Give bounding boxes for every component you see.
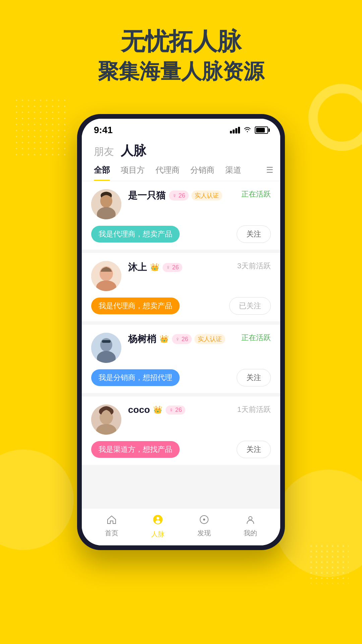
bg-dots-right-bottom xyxy=(308,543,349,584)
contact-bottom-3: 我是分销商，想招代理 关注 xyxy=(91,369,271,386)
nav-item-renmai[interactable]: 人脉 xyxy=(151,514,165,539)
bg-circle-left-bottom xyxy=(0,449,74,550)
avatar-1 xyxy=(91,189,121,219)
tab-bar: 全部 项目方 代理商 分销商 渠道 ☰ xyxy=(82,159,280,181)
contact-info-2: 沐上 👑 ♀ 26 xyxy=(128,261,231,276)
contact-bottom-4: 我是渠道方，想找产品 关注 xyxy=(91,441,271,458)
tag-gender-1: ♀ 26 xyxy=(169,191,189,201)
tab-distributor[interactable]: 分销商 xyxy=(185,165,220,181)
contact-status-3: 正在活跃 xyxy=(241,333,271,343)
tag-gender-3: ♀ 26 xyxy=(172,334,192,344)
svg-point-15 xyxy=(156,520,160,524)
page-title-row: 朋友 人脉 xyxy=(94,142,268,159)
header-line2: 聚集海量人脉资源 xyxy=(0,59,362,84)
signal-icon xyxy=(230,127,240,133)
contact-name-row-1: 是一只猫 ♀ 26 实人认证 xyxy=(128,189,235,202)
tag-verified-1: 实人认证 xyxy=(191,191,222,201)
contact-card-1: 是一只猫 ♀ 26 实人认证 正在活跃 我是代理商，想卖产品 关注 xyxy=(82,181,280,250)
contact-main-1: 是一只猫 ♀ 26 实人认证 正在活跃 xyxy=(91,189,271,219)
signal-bar-4 xyxy=(238,127,240,133)
follow-btn-2[interactable]: 已关注 xyxy=(229,297,271,315)
signal-bar-2 xyxy=(233,129,235,133)
contact-name-4: coco xyxy=(128,405,150,415)
contact-tags-1: ♀ 26 实人认证 xyxy=(169,191,222,201)
nav-icon-discover xyxy=(199,515,209,527)
tab-menu-icon[interactable]: ☰ xyxy=(266,165,274,180)
bg-dots-left xyxy=(13,97,67,158)
contact-main-3: 杨树梢 👑 ♀ 26 实人认证 正在活跃 xyxy=(91,333,271,363)
contact-name-row-2: 沐上 👑 ♀ 26 xyxy=(128,261,231,274)
status-bar: 9:41 xyxy=(82,119,280,139)
nav-item-discover[interactable]: 发现 xyxy=(197,515,211,538)
svg-rect-9 xyxy=(102,340,111,343)
contact-status-2: 3天前活跃 xyxy=(237,261,271,271)
status-time: 9:41 xyxy=(94,125,113,136)
svg-point-14 xyxy=(157,517,159,520)
nav-item-home[interactable]: 首页 xyxy=(105,515,118,538)
follow-btn-3[interactable]: 关注 xyxy=(237,369,271,386)
contact-tags-3: ♀ 26 实人认证 xyxy=(172,334,225,344)
contact-bottom-2: 我是代理商，想卖产品 已关注 xyxy=(91,297,271,315)
contact-name-3: 杨树梢 xyxy=(128,333,156,345)
contact-info-1: 是一只猫 ♀ 26 实人认证 xyxy=(128,189,235,205)
contact-desc-3: 我是分销商，想招代理 xyxy=(91,369,180,386)
contact-name-2: 沐上 xyxy=(128,261,147,274)
battery-fill xyxy=(256,128,265,132)
tab-agent[interactable]: 代理商 xyxy=(150,165,185,181)
contact-list: 是一只猫 ♀ 26 实人认证 正在活跃 我是代理商，想卖产品 关注 xyxy=(82,181,280,508)
contact-main-2: 沐上 👑 ♀ 26 3天前活跃 xyxy=(91,261,271,291)
crown-icon-3: 👑 xyxy=(160,335,169,343)
bottom-nav: 首页 人脉 xyxy=(82,508,280,545)
contact-desc-4: 我是渠道方，想找产品 xyxy=(91,441,180,458)
contact-card-2: 沐上 👑 ♀ 26 3天前活跃 我是代理商，想卖产品 已关注 xyxy=(82,253,280,321)
nav-label-discover: 发现 xyxy=(197,529,211,538)
contact-name-row-3: 杨树梢 👑 ♀ 26 实人认证 xyxy=(128,333,235,345)
tab-all[interactable]: 全部 xyxy=(88,165,115,181)
page-title-inactive[interactable]: 朋友 xyxy=(94,145,114,159)
contact-name-1: 是一只猫 xyxy=(128,189,166,202)
contact-tags-2: ♀ 26 xyxy=(163,263,182,272)
contact-main-4: coco 👑 ♀ 26 1天前活跃 xyxy=(91,405,271,435)
tab-project[interactable]: 项目方 xyxy=(115,165,150,181)
tag-gender-4: ♀ 26 xyxy=(166,406,185,415)
nav-label-renmai: 人脉 xyxy=(151,530,165,539)
contact-info-4: coco 👑 ♀ 26 xyxy=(128,405,231,418)
phone-screen: 9:41 xyxy=(82,119,280,545)
status-icons xyxy=(230,126,268,135)
nav-icon-home xyxy=(107,515,117,527)
follow-btn-1[interactable]: 关注 xyxy=(237,225,271,243)
svg-point-18 xyxy=(249,517,252,520)
contact-card-4: coco 👑 ♀ 26 1天前活跃 我是渠道方，想找产品 关注 xyxy=(82,396,280,465)
nav-item-mine[interactable]: 我的 xyxy=(244,515,257,538)
page-header: 朋友 人脉 xyxy=(82,139,280,159)
phone-frame: 9:41 xyxy=(77,114,285,550)
contact-desc-2: 我是代理商，想卖产品 xyxy=(91,298,180,314)
avatar-2 xyxy=(91,261,121,291)
tag-gender-2: ♀ 26 xyxy=(163,263,182,272)
contact-info-3: 杨树梢 👑 ♀ 26 实人认证 xyxy=(128,333,235,348)
contact-card-3: 杨树梢 👑 ♀ 26 实人认证 正在活跃 我是分销商，想招代理 xyxy=(82,325,280,393)
battery-icon xyxy=(255,126,268,134)
tab-channel[interactable]: 渠道 xyxy=(220,165,247,181)
crown-icon-4: 👑 xyxy=(153,406,162,414)
follow-btn-4[interactable]: 关注 xyxy=(237,441,271,458)
nav-label-mine: 我的 xyxy=(244,529,257,538)
signal-bar-1 xyxy=(230,131,232,133)
bg-circle-right-top xyxy=(308,84,362,151)
wifi-icon xyxy=(243,126,251,135)
phone-wrapper: 9:41 xyxy=(77,114,285,550)
nav-icon-mine xyxy=(246,515,255,527)
header-text: 无忧拓人脉 聚集海量人脉资源 xyxy=(0,27,362,84)
contact-desc-1: 我是代理商，想卖产品 xyxy=(91,226,180,243)
tag-verified-3: 实人认证 xyxy=(194,334,225,344)
contact-tags-4: ♀ 26 xyxy=(166,406,185,415)
nav-label-home: 首页 xyxy=(105,529,118,538)
nav-icon-renmai xyxy=(152,514,164,528)
contact-status-1: 正在活跃 xyxy=(241,189,271,199)
page-title-active[interactable]: 人脉 xyxy=(121,142,146,159)
avatar-4 xyxy=(91,405,121,435)
contact-bottom-1: 我是代理商，想卖产品 关注 xyxy=(91,225,271,243)
contact-name-row-4: coco 👑 ♀ 26 xyxy=(128,405,231,415)
header-line1: 无忧拓人脉 xyxy=(0,27,362,56)
svg-point-17 xyxy=(203,519,205,521)
